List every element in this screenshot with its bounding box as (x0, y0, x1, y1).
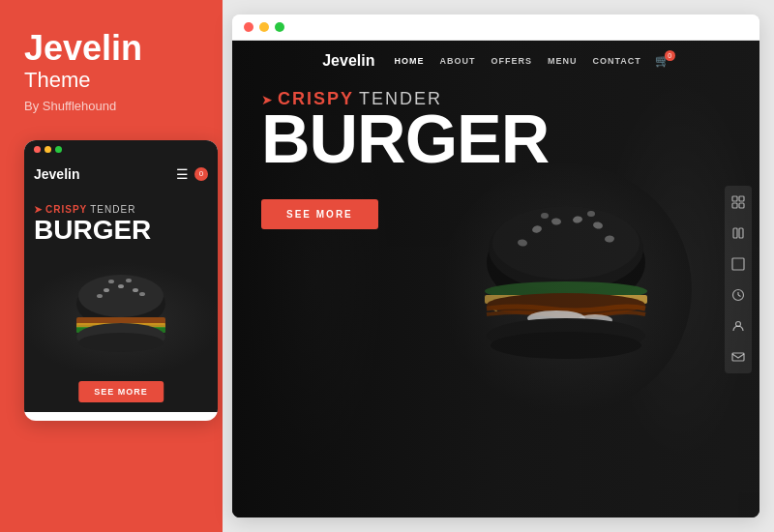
svg-rect-46 (732, 353, 744, 361)
desktop-cart-count: 0 (668, 52, 671, 59)
mobile-mockup: Jevelin ☰ 0 ➤ CRISPY TENDER BURGER (24, 140, 218, 421)
browser-content: Jevelin HOME ABOUT OFFERS MENU CONTACT 🛒… (232, 41, 759, 517)
sidebar-icon-3[interactable] (729, 255, 747, 273)
sidebar-icon-2[interactable] (729, 224, 747, 242)
browser-dot-red (244, 22, 253, 32)
desktop-cart-icon[interactable]: 🛒 0 (655, 54, 670, 68)
desktop-nav: Jevelin HOME ABOUT OFFERS MENU CONTACT 🛒… (232, 41, 759, 81)
hero-burger-headline: BURGER (261, 109, 549, 170)
mobile-crispy-word: CRISPY (45, 204, 87, 215)
nav-home[interactable]: HOME (394, 56, 424, 66)
mobile-hero-text: ➤ CRISPY TENDER BURGER (34, 204, 208, 244)
dot-yellow (45, 146, 51, 153)
svg-point-5 (108, 280, 114, 283)
svg-point-6 (126, 279, 132, 282)
svg-line-44 (738, 295, 741, 297)
mobile-hero: ➤ CRISPY TENDER BURGER (24, 190, 218, 412)
hero-content: ➤ CRISPY TENDER BURGER SEE MORE (261, 89, 549, 229)
svg-point-4 (133, 288, 138, 292)
right-panel: Jevelin HOME ABOUT OFFERS MENU CONTACT 🛒… (223, 0, 774, 532)
mobile-logo: Jevelin (34, 166, 79, 182)
browser-dot-yellow (259, 22, 269, 32)
mobile-cart-count: 0 (199, 169, 203, 178)
desktop-nav-links: HOME ABOUT OFFERS MENU CONTACT (394, 56, 640, 66)
mobile-crispy-line: ➤ CRISPY TENDER (34, 204, 208, 215)
hamburger-icon: ☰ (176, 166, 189, 182)
nav-contact[interactable]: CONTACT (592, 56, 640, 66)
dot-green (55, 146, 62, 153)
mobile-cart-badge: 0 (194, 167, 208, 181)
brand-title: Jevelin (24, 29, 198, 68)
svg-rect-41 (732, 258, 744, 270)
left-panel: Jevelin Theme By Shufflehound Jevelin ☰ … (0, 0, 223, 532)
mobile-top-bar (24, 140, 218, 159)
svg-rect-39 (733, 228, 737, 238)
nav-menu[interactable]: MENU (548, 56, 578, 66)
sidebar-icon-mail[interactable] (729, 348, 747, 366)
mobile-burger-headline: BURGER (34, 217, 208, 244)
svg-point-2 (104, 288, 109, 292)
desktop-cart-badge: 0 (665, 50, 675, 61)
svg-rect-35 (732, 196, 737, 201)
mobile-see-more-button[interactable]: SEE MORE (78, 381, 164, 402)
browser-mockup: Jevelin HOME ABOUT OFFERS MENU CONTACT 🛒… (232, 15, 759, 517)
mobile-nav: Jevelin ☰ 0 (24, 159, 218, 190)
svg-rect-38 (739, 203, 744, 208)
sidebar-icon-1[interactable] (729, 193, 747, 211)
svg-rect-40 (739, 228, 743, 238)
browser-top-bar (232, 15, 759, 41)
mobile-tender-word: TENDER (90, 204, 135, 215)
desktop-logo: Jevelin (322, 52, 374, 70)
desktop-see-more-button[interactable]: SEE MORE (261, 199, 378, 229)
mobile-burger-image (24, 262, 218, 378)
mobile-hamburger-area[interactable]: ☰ 0 (176, 166, 208, 182)
brand-by: By Shufflehound (24, 99, 198, 113)
right-sidebar (725, 186, 752, 373)
svg-point-3 (118, 284, 124, 288)
svg-point-7 (97, 294, 103, 298)
dot-red (34, 146, 41, 153)
svg-rect-37 (732, 203, 737, 208)
mobile-arrow-icon: ➤ (34, 204, 43, 215)
browser-dot-green (275, 22, 284, 32)
svg-rect-36 (739, 196, 744, 201)
svg-point-1 (78, 275, 164, 317)
nav-offers[interactable]: OFFERS (491, 56, 532, 66)
brand-subtitle: Theme (24, 68, 198, 93)
svg-point-8 (139, 292, 145, 296)
sidebar-icon-user[interactable] (729, 317, 747, 335)
mobile-burger-svg (63, 267, 179, 373)
nav-about[interactable]: ABOUT (439, 56, 475, 66)
mobile-dots (34, 146, 62, 153)
sidebar-icon-clock[interactable] (729, 286, 747, 304)
svg-point-14 (78, 333, 164, 352)
